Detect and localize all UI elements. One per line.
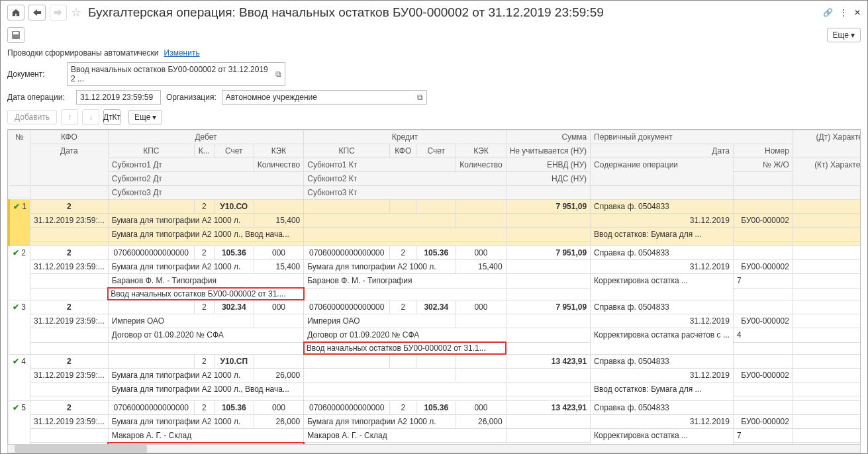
table-row[interactable]: ✔ 322302.34000070600000000000002302.3400… <box>9 300 861 314</box>
table-row[interactable]: ✔ 22070600000000000002105.36000070600000… <box>9 246 861 260</box>
check-icon: ✔ <box>13 248 19 257</box>
home-button[interactable] <box>7 5 24 21</box>
open-icon[interactable]: ⧉ <box>413 93 423 102</box>
back-button[interactable] <box>28 5 46 21</box>
check-icon: ✔ <box>13 403 19 412</box>
favorite-icon[interactable]: ☆ <box>71 5 81 20</box>
document-label: Документ: <box>7 69 62 79</box>
add-button[interactable]: Добавить <box>7 110 57 124</box>
table-row[interactable]: ✔ 52070600000000000002105.36000070600000… <box>9 400 861 414</box>
change-link[interactable]: Изменить <box>164 48 200 58</box>
page-title: Бухгалтерская операция: Ввод начальных о… <box>88 5 819 20</box>
date-label: Дата операции: <box>7 93 71 102</box>
grid-header: № КФО Дебет Кредит Сумма Первичный докум… <box>9 130 861 200</box>
chevron-down-icon: ▾ <box>152 113 156 122</box>
check-icon: ✔ <box>13 202 20 211</box>
close-icon[interactable]: ✕ <box>854 8 861 17</box>
save-button[interactable] <box>7 27 24 43</box>
document-input[interactable]: Ввод начальных остатков БУ00-000002 от 3… <box>67 62 285 86</box>
chevron-down-icon: ▾ <box>851 30 855 40</box>
forward-button[interactable] <box>50 5 67 21</box>
org-input[interactable]: Автономное учреждение ⧉ <box>222 90 427 105</box>
date-input[interactable]: 31.12.2019 23:59:59 <box>76 90 161 105</box>
check-icon: ✔ <box>13 357 19 366</box>
link-icon[interactable]: 🔗 <box>823 8 833 17</box>
table-row[interactable]: ✔ 422У10.СП13 423,91Справка ф. 0504833 <box>9 354 861 368</box>
dtkt-button[interactable]: ДтКт <box>103 109 121 125</box>
table-row[interactable]: ✔ 122У10.СО7 951,09Справка ф. 0504833 <box>9 200 861 214</box>
open-icon[interactable]: ⧉ <box>271 69 281 79</box>
kebab-icon[interactable]: ⋮ <box>840 8 847 17</box>
horizontal-scrollbar[interactable] <box>7 444 861 453</box>
entries-grid[interactable]: № КФО Дебет Кредит Сумма Первичный докум… <box>7 129 861 452</box>
more-button-grid[interactable]: Еще▾ <box>128 110 162 124</box>
move-down-button[interactable]: ↓ <box>82 109 99 125</box>
auto-entries-label: Проводки сформированы автоматически <box>7 48 159 58</box>
svg-rect-1 <box>13 32 19 34</box>
check-icon: ✔ <box>13 302 19 312</box>
move-up-button[interactable]: ↑ <box>61 109 78 125</box>
org-label: Организация: <box>166 93 217 102</box>
more-button-top[interactable]: Еще▾ <box>827 28 861 42</box>
